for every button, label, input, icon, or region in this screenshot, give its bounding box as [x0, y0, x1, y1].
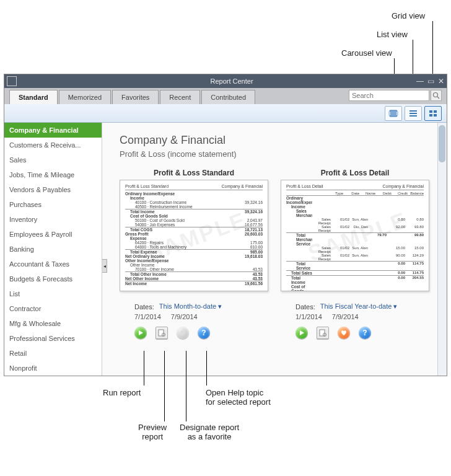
dates-label: Dates: [296, 303, 315, 311]
view-toolbar [4, 104, 447, 123]
report-title: Profit & Loss Standard [120, 169, 268, 177]
maximize-icon[interactable]: ▭ [427, 77, 434, 86]
date-to: 7/9/2014 [171, 313, 198, 320]
sidebar-item[interactable]: Customers & Receiva... [4, 138, 102, 152]
list-view-button[interactable] [405, 106, 422, 121]
svg-rect-13 [159, 330, 164, 336]
tab-standard[interactable]: Standard [9, 90, 58, 104]
preview-report-button[interactable] [155, 327, 168, 339]
svg-rect-8 [429, 110, 432, 113]
tab-favorites[interactable]: Favorites [112, 90, 159, 104]
search-input[interactable] [349, 90, 429, 101]
report-thumbnail[interactable]: Profit & Loss StandardCompany & Financia… [120, 180, 268, 291]
svg-rect-4 [396, 112, 398, 115]
scrollbar[interactable] [437, 123, 447, 376]
close-icon[interactable]: ✕ [438, 77, 444, 86]
run-report-button[interactable] [134, 327, 147, 339]
window-icon [7, 76, 17, 86]
preview-report-button[interactable] [317, 327, 329, 339]
sidebar-item[interactable]: Retail [4, 346, 102, 361]
sidebar-item[interactable]: Accountant & Taxes [4, 257, 102, 271]
favorite-button[interactable] [338, 327, 350, 339]
svg-rect-10 [429, 114, 432, 117]
sidebar-item[interactable]: Employees & Payroll [4, 227, 102, 242]
svg-rect-11 [434, 114, 437, 117]
run-report-button[interactable] [296, 327, 308, 339]
main-panel: Company & Financial Profit & Loss (incom… [102, 123, 447, 376]
dates-label: Dates: [134, 303, 154, 311]
svg-rect-9 [434, 110, 437, 113]
report-title: Profit & Loss Detail [281, 169, 429, 177]
help-button[interactable]: ? [198, 327, 210, 339]
date-to: 7/9/2014 [332, 313, 359, 320]
report-card: Profit & Loss DetailProfit & Loss Detail… [281, 169, 429, 339]
svg-marker-12 [139, 330, 143, 335]
svg-line-1 [437, 97, 439, 99]
help-button[interactable]: ? [359, 327, 371, 339]
minimize-icon[interactable]: — [416, 77, 424, 86]
tab-memorized[interactable]: Memorized [59, 90, 111, 104]
sidebar-item[interactable]: Contractor [4, 301, 102, 316]
sidebar-item[interactable]: List [4, 286, 102, 301]
grid-view-button[interactable] [424, 106, 442, 121]
page-title: Company & Financial [120, 134, 438, 147]
sidebar-item[interactable]: Sales [4, 152, 102, 167]
callout-grid: Grid view [392, 11, 425, 20]
svg-point-0 [434, 93, 438, 97]
sidebar-item[interactable]: Banking [4, 242, 102, 257]
date-range-select[interactable]: This Fiscal Year-to-date ▾ [320, 302, 398, 311]
report-center-window: Report Center — ▭ ✕ Standard Memorized F… [4, 74, 447, 376]
callout-carousel: Carousel view [341, 48, 392, 58]
tab-recent[interactable]: Recent [160, 90, 200, 104]
svg-rect-3 [388, 112, 390, 115]
search-icon[interactable] [431, 90, 442, 101]
sidebar-item[interactable]: Vendors & Payables [4, 182, 102, 197]
sidebar-item[interactable]: Jobs, Time & Mileage [4, 167, 102, 182]
sidebar-item[interactable]: Nonprofit [4, 361, 102, 376]
svg-rect-2 [390, 110, 397, 117]
sidebar-item[interactable]: Professional Services [4, 331, 102, 346]
favorite-button[interactable] [177, 327, 189, 339]
sidebar-item[interactable]: Budgets & Forecasts [4, 271, 102, 286]
callout-help: Open Help topic for selected report [206, 388, 271, 407]
sidebar-item[interactable]: Inventory [4, 212, 102, 227]
tab-bar: Standard Memorized Favorites Recent Cont… [4, 88, 447, 104]
svg-rect-16 [320, 330, 325, 336]
sidebar-item[interactable]: Purchases [4, 197, 102, 212]
category-sidebar: Company & FinancialCustomers & Receiva..… [4, 123, 102, 376]
report-thumbnail[interactable]: Profit & Loss DetailCompany & FinancialT… [281, 180, 429, 291]
page-subtitle: Profit & Loss (income statement) [120, 149, 438, 159]
callout-list: List view [377, 30, 408, 39]
sidebar-item[interactable]: Company & Financial [4, 123, 102, 138]
date-range-select[interactable]: This Month-to-date ▾ [159, 302, 222, 311]
callout-fav: Designate report as a favorite [180, 423, 239, 441]
sidebar-item[interactable]: Mfg & Wholesale [4, 316, 102, 331]
date-from: 7/1/2014 [134, 313, 161, 320]
report-card: Profit & Loss StandardProfit & Loss Stan… [120, 169, 268, 339]
svg-marker-15 [300, 330, 304, 335]
date-from: 1/1/2014 [296, 313, 322, 320]
window-title: Report Center [17, 77, 447, 85]
callout-preview: Preview report [138, 423, 167, 441]
tab-contributed[interactable]: Contributed [201, 90, 255, 104]
callout-run: Run report [103, 388, 141, 397]
titlebar: Report Center — ▭ ✕ [4, 74, 447, 88]
carousel-view-button[interactable] [385, 106, 402, 121]
